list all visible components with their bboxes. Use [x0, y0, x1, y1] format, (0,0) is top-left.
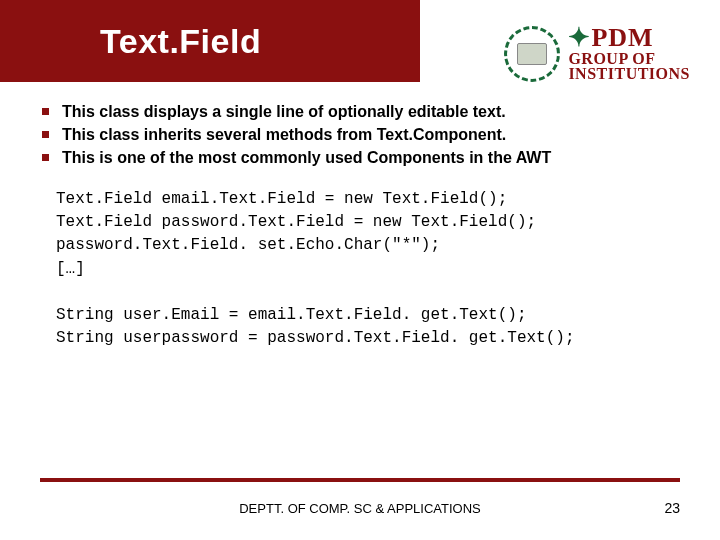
- bullet-item: This class inherits several methods from…: [40, 123, 680, 146]
- bullet-list: This class displays a single line of opt…: [40, 100, 680, 170]
- logo-line3: INSTITUTIONS: [568, 66, 690, 81]
- footer-rule: [40, 478, 680, 482]
- logo-line1b: M: [628, 23, 654, 52]
- logo-line2: GROUP OF: [568, 51, 690, 66]
- page-number: 23: [664, 500, 680, 516]
- logo-text: ✦PDM GROUP OF INSTITUTIONS: [568, 26, 690, 81]
- logo-seal-icon: [504, 26, 560, 82]
- logo-line1: ✦PDM: [568, 26, 690, 51]
- slide-title: Text.Field: [100, 22, 261, 61]
- slide: Text.Field ✦PDM GROUP OF INSTITUTIONS Th…: [0, 0, 720, 540]
- footer-text: DEPTT. OF COMP. SC & APPLICATIONS: [0, 501, 720, 516]
- logo-seal-inner-icon: [517, 43, 547, 65]
- title-band: Text.Field: [0, 0, 420, 82]
- logo-line1a: PD: [591, 23, 628, 52]
- logo: ✦PDM GROUP OF INSTITUTIONS: [504, 26, 690, 82]
- code-block: Text.Field email.Text.Field = new Text.F…: [56, 188, 680, 350]
- bullet-item: This class displays a single line of opt…: [40, 100, 680, 123]
- bullet-item: This is one of the most commonly used Co…: [40, 146, 680, 169]
